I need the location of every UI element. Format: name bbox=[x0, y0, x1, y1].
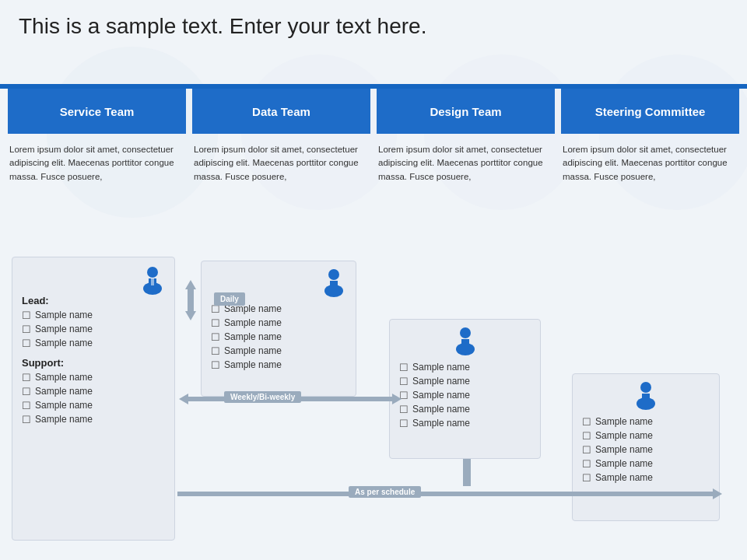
svg-marker-16 bbox=[179, 394, 188, 404]
weekly-arrow-area: Weekly/Bi-weekly bbox=[177, 387, 403, 411]
svg-rect-14 bbox=[188, 289, 194, 311]
design-item-1: Sample name bbox=[399, 376, 531, 387]
weekly-label: Weekly/Bi-weekly bbox=[224, 391, 301, 403]
data-item-2: Sample name bbox=[211, 331, 346, 343]
svg-point-10 bbox=[640, 382, 651, 393]
desc-service-team: Lorem ipsum dolor sit amet, consectetuer… bbox=[8, 140, 186, 187]
steering-item-3: Sample name bbox=[582, 458, 710, 470]
steering-item-0: Sample name bbox=[582, 416, 710, 428]
lead-label: Lead: bbox=[22, 295, 165, 306]
schedule-arrow-area: As per schedule bbox=[177, 482, 735, 506]
svg-point-5 bbox=[324, 285, 343, 297]
design-item-2: Sample name bbox=[399, 390, 531, 401]
data-item-1: Sample name bbox=[211, 317, 346, 329]
svg-rect-6 bbox=[330, 281, 338, 285]
desc-data-team: Lorem ipsum dolor sit amet, consectetuer… bbox=[192, 140, 370, 187]
desc-steering-committee: Lorem ipsum dolor sit amet, consectetuer… bbox=[561, 140, 739, 187]
design-team-box: Sample name Sample name Sample name Samp… bbox=[389, 319, 541, 459]
desc-design-team: Lorem ipsum dolor sit amet, consectetuer… bbox=[377, 140, 555, 187]
steering-person-icon bbox=[582, 380, 710, 413]
svg-point-4 bbox=[328, 269, 339, 280]
page-title: This is a sample text. Enter your text h… bbox=[19, 14, 728, 39]
support-item-2: Sample name bbox=[22, 400, 165, 411]
col-header-design-team: Design Team bbox=[377, 89, 555, 134]
daily-label: Daily bbox=[214, 292, 245, 306]
col-header-steering-committee: Steering Committee bbox=[561, 89, 739, 134]
svg-marker-15 bbox=[185, 311, 196, 320]
svg-point-8 bbox=[456, 343, 475, 355]
lead-item-1: Sample name bbox=[22, 324, 165, 335]
design-person-icon bbox=[399, 326, 531, 359]
support-label: Support: bbox=[22, 357, 165, 369]
data-team-box: Sample name Sample name Sample name Samp… bbox=[201, 261, 356, 397]
svg-rect-12 bbox=[642, 394, 650, 398]
header-area: This is a sample text. Enter your text h… bbox=[0, 0, 747, 47]
design-item-4: Sample name bbox=[399, 418, 531, 429]
data-item-3: Sample name bbox=[211, 345, 346, 357]
daily-arrow-area: Daily bbox=[171, 278, 210, 325]
col-header-service-team: Service Team bbox=[8, 89, 186, 134]
svg-marker-13 bbox=[185, 280, 196, 289]
schedule-label: As per schedule bbox=[349, 486, 421, 498]
svg-rect-3 bbox=[151, 278, 154, 285]
data-item-4: Sample name bbox=[211, 359, 346, 371]
support-item-0: Sample name bbox=[22, 372, 165, 383]
lead-item-2: Sample name bbox=[22, 338, 165, 349]
svg-marker-18 bbox=[392, 394, 402, 404]
design-item-3: Sample name bbox=[399, 404, 531, 415]
col-header-data-team: Data Team bbox=[192, 89, 370, 134]
svg-marker-20 bbox=[713, 488, 722, 499]
svg-rect-9 bbox=[461, 339, 469, 344]
service-team-box: Lead: Sample name Sample name Sample nam… bbox=[12, 257, 175, 541]
svg-point-7 bbox=[460, 327, 471, 338]
support-item-1: Sample name bbox=[22, 386, 165, 397]
desc-row: Lorem ipsum dolor sit amet, consectetuer… bbox=[8, 140, 739, 187]
lead-item-0: Sample name bbox=[22, 310, 165, 321]
design-item-0: Sample name bbox=[399, 362, 531, 373]
steering-item-1: Sample name bbox=[582, 430, 710, 442]
columns-row: Service Team Data Team Design Team Steer… bbox=[8, 89, 739, 134]
svg-point-0 bbox=[147, 267, 158, 278]
support-item-3: Sample name bbox=[22, 414, 165, 425]
svg-rect-19 bbox=[177, 492, 714, 496]
svg-point-11 bbox=[637, 397, 655, 410]
steering-item-2: Sample name bbox=[582, 444, 710, 456]
